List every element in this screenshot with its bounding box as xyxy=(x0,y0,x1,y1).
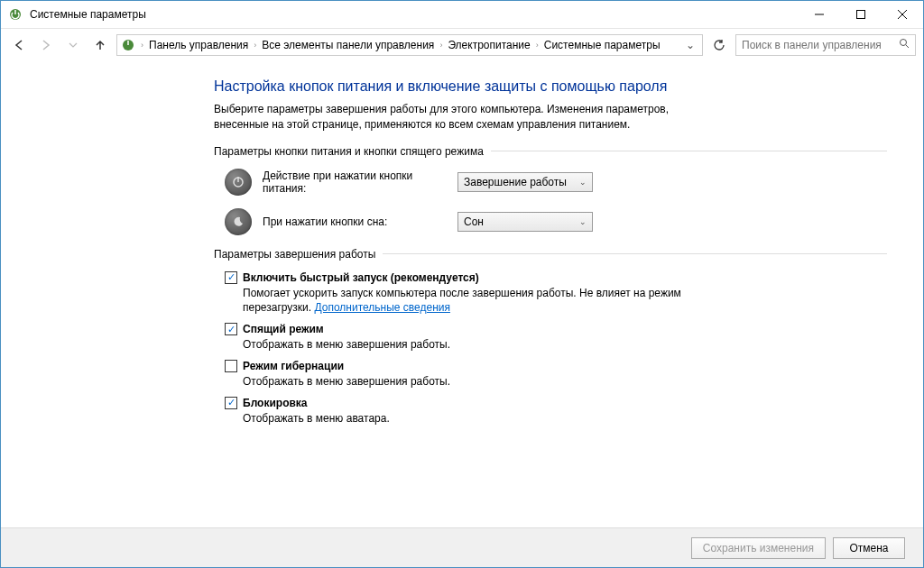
footer: Сохранить изменения Отмена xyxy=(1,527,923,567)
chevron-right-icon: › xyxy=(252,41,258,50)
fast-startup-label: Включить быстрый запуск (рекомендуется) xyxy=(243,271,479,284)
content-area: Настройка кнопок питания и включение защ… xyxy=(1,60,923,426)
hibernate-label: Режим гибернации xyxy=(243,360,344,372)
sleep-option: ✓ Спящий режим Отображать в меню заверше… xyxy=(225,323,887,353)
fast-startup-checkbox[interactable]: ✓ xyxy=(225,271,237,284)
power-button-setting: Действие при нажатии кнопки питания: Зав… xyxy=(225,169,887,196)
power-icon xyxy=(225,169,252,196)
sleep-icon xyxy=(225,208,252,235)
power-button-label: Действие при нажатии кнопки питания: xyxy=(263,169,457,195)
sleep-desc: Отображать в меню завершения работы. xyxy=(243,337,712,353)
save-button[interactable]: Сохранить изменения xyxy=(691,537,826,559)
fast-startup-option: ✓ Включить быстрый запуск (рекомендуется… xyxy=(225,271,887,316)
back-button[interactable] xyxy=(8,34,30,56)
hibernate-checkbox[interactable] xyxy=(225,360,237,372)
lock-checkbox[interactable]: ✓ xyxy=(225,397,237,409)
search-icon xyxy=(899,38,910,51)
forward-button[interactable] xyxy=(35,34,57,56)
sleep-button-setting: При нажатии кнопки сна: Сон ⌄ xyxy=(225,208,887,235)
sleep-label: Спящий режим xyxy=(243,323,324,335)
chevron-down-icon: ⌄ xyxy=(579,217,587,226)
titlebar: Системные параметры xyxy=(1,1,923,28)
close-button[interactable] xyxy=(882,1,923,28)
hibernate-desc: Отображать в меню завершения работы. xyxy=(243,374,712,389)
lock-desc: Отображать в меню аватара. xyxy=(243,411,712,426)
breadcrumb-item[interactable]: Системные параметры xyxy=(541,39,664,51)
navbar: › Панель управления › Все элементы панел… xyxy=(1,28,923,60)
page-heading: Настройка кнопок питания и включение защ… xyxy=(214,78,887,95)
breadcrumb-item[interactable]: Панель управления xyxy=(145,39,252,51)
dropdown-value: Завершение работы xyxy=(464,176,567,188)
sleep-button-dropdown[interactable]: Сон ⌄ xyxy=(457,212,593,232)
sleep-checkbox[interactable]: ✓ xyxy=(225,323,237,335)
group-label-buttons: Параметры кнопки питания и кнопки спящег… xyxy=(214,145,887,158)
lock-label: Блокировка xyxy=(243,397,308,409)
search-box[interactable] xyxy=(735,34,916,56)
fast-startup-desc: Помогает ускорить запуск компьютера посл… xyxy=(243,286,712,316)
window-title: Системные параметры xyxy=(30,8,799,21)
breadcrumb-item[interactable]: Электропитание xyxy=(444,39,533,51)
minimize-button[interactable] xyxy=(799,1,840,28)
svg-rect-2 xyxy=(857,11,865,19)
recent-dropdown[interactable] xyxy=(62,34,84,56)
refresh-button[interactable] xyxy=(708,34,730,56)
power-button-dropdown[interactable]: Завершение работы ⌄ xyxy=(457,172,593,192)
power-options-icon xyxy=(121,38,135,52)
maximize-button[interactable] xyxy=(840,1,882,28)
up-button[interactable] xyxy=(89,34,111,56)
svg-point-6 xyxy=(901,40,907,46)
search-input[interactable] xyxy=(742,39,899,51)
app-icon xyxy=(8,7,23,22)
sleep-button-label: При нажатии кнопки сна: xyxy=(263,215,457,228)
hibernate-option: Режим гибернации Отображать в меню завер… xyxy=(225,360,887,389)
window-controls xyxy=(799,1,923,28)
page-description: Выберите параметры завершения работы для… xyxy=(214,102,719,133)
lock-option: ✓ Блокировка Отображать в меню аватара. xyxy=(225,397,887,426)
breadcrumb-item[interactable]: Все элементы панели управления xyxy=(258,39,438,51)
dropdown-value: Сон xyxy=(464,215,484,228)
chevron-right-icon: › xyxy=(139,41,145,50)
breadcrumb[interactable]: › Панель управления › Все элементы панел… xyxy=(116,34,703,56)
chevron-down-icon: ⌄ xyxy=(579,178,587,187)
chevron-right-icon: › xyxy=(534,41,541,50)
cancel-button[interactable]: Отмена xyxy=(833,537,905,559)
chevron-down-icon[interactable]: ⌄ xyxy=(686,39,695,51)
more-info-link[interactable]: Дополнительные сведения xyxy=(314,301,449,314)
chevron-right-icon: › xyxy=(438,41,444,50)
group-label-shutdown: Параметры завершения работы xyxy=(214,248,887,261)
svg-line-7 xyxy=(906,45,909,48)
